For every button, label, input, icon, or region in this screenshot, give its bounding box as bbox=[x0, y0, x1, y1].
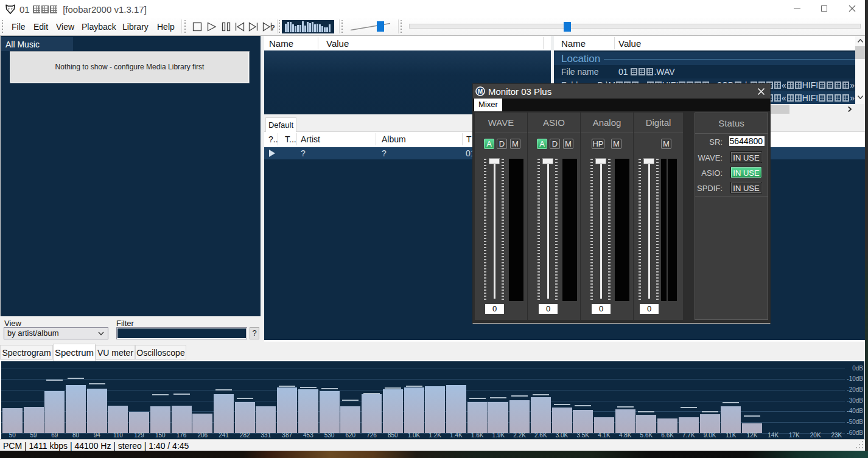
svg-text:M: M bbox=[478, 88, 483, 95]
svg-text:?: ? bbox=[270, 23, 275, 32]
